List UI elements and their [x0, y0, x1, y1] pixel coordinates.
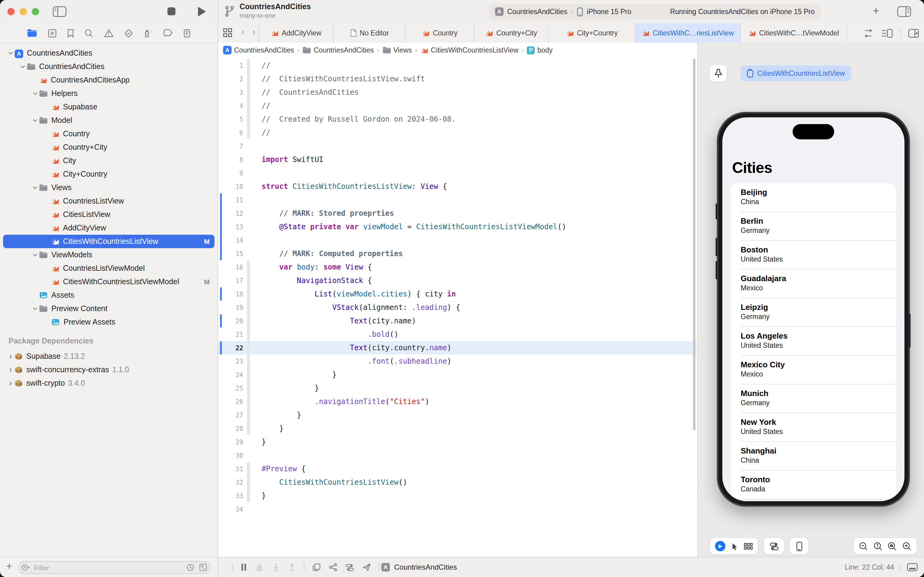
- add-editor-icon[interactable]: [908, 28, 919, 38]
- push-icon[interactable]: [288, 563, 296, 572]
- nav-test-icon[interactable]: [124, 28, 133, 38]
- code-line[interactable]: 9: [218, 166, 697, 180]
- recent-files-icon[interactable]: [187, 564, 194, 572]
- sidebar-item-preview-assets[interactable]: Preview Assets: [3, 315, 214, 329]
- code-line[interactable]: 3// CountriesAndCities: [218, 85, 697, 99]
- zoom-out-icon[interactable]: [859, 541, 868, 551]
- sidebar-item-country-city[interactable]: Country+City: [3, 140, 214, 154]
- sidebar-item-supabase[interactable]: Supabase: [3, 100, 214, 114]
- layers-icon[interactable]: [312, 563, 321, 572]
- code-line[interactable]: 14: [218, 234, 697, 247]
- code-line[interactable]: 12 // MARK: Stored proeprties: [218, 206, 697, 220]
- disclosure-icon[interactable]: [31, 306, 39, 311]
- code-line[interactable]: 31#Preview {: [218, 462, 697, 475]
- tab-citieswithc-tviewmodel[interactable]: CitiesWithC…tViewModel: [740, 23, 847, 43]
- activity-status-bar[interactable]: A CountriesAndCities › iPhone 15 Pro Run…: [489, 4, 821, 19]
- code-line[interactable]: 23 .font(.subheadline): [218, 355, 697, 368]
- code-line[interactable]: 13 @State private var viewModel = Cities…: [218, 220, 697, 234]
- sidebar-item-city[interactable]: City: [3, 154, 214, 168]
- tab-citieswithc-rieslistview[interactable]: CitiesWithC…riesListView: [636, 23, 740, 43]
- toggles-icon[interactable]: [345, 563, 354, 571]
- zoom-in-icon[interactable]: [902, 541, 912, 551]
- sidebar-item-assets[interactable]: Assets: [3, 288, 214, 302]
- minimize-window-button[interactable]: [19, 8, 27, 15]
- tab-country-city[interactable]: Country+City: [474, 23, 549, 43]
- code-line[interactable]: 1//: [218, 59, 697, 72]
- editor-settings-icon[interactable]: [907, 563, 918, 572]
- sidebar-item-preview-content[interactable]: Preview Content: [3, 302, 214, 315]
- play-icon[interactable]: ▶: [715, 541, 725, 551]
- disclosure-icon[interactable]: [31, 252, 39, 258]
- add-file-button[interactable]: +: [6, 561, 12, 573]
- code-area[interactable]: 1//2// CitiesWithCountriesListView.swift…: [218, 58, 697, 558]
- nav-report-icon[interactable]: [184, 28, 191, 38]
- code-line[interactable]: 26 .navigationTitle("Cities"): [218, 395, 697, 408]
- code-line[interactable]: 30: [218, 449, 697, 462]
- code-line[interactable]: 29}: [218, 435, 697, 449]
- code-line[interactable]: 15 // MARK: Computed properties: [218, 247, 697, 260]
- list-item-mexico-city[interactable]: Mexico CityMexico: [731, 356, 896, 384]
- nav-folder-icon[interactable]: [27, 29, 37, 37]
- sidebar-item-citieswithcountrieslistview[interactable]: CitiesWithCountriesListViewM: [3, 235, 214, 248]
- package-item-swift-crypto[interactable]: swift-crypto3.4.0: [3, 377, 214, 390]
- code-line[interactable]: 33}: [218, 489, 697, 503]
- list-item-guadalajara[interactable]: GuadalajaraMexico: [731, 269, 896, 298]
- breadcrumb-item-countriesandcities[interactable]: CountriesAndCities: [303, 47, 374, 54]
- code-line[interactable]: 22 Text(city.country.name): [218, 341, 697, 355]
- toggle-left-sidebar-icon[interactable]: [53, 6, 67, 17]
- code-line[interactable]: 24 }: [218, 368, 697, 381]
- pull-icon[interactable]: [272, 563, 280, 572]
- code-line[interactable]: 7: [218, 139, 697, 153]
- list-item-shanghai[interactable]: ShanghaiChina: [731, 442, 896, 471]
- code-line[interactable]: 17 NavigationStack {: [218, 274, 697, 287]
- nav-tag-icon[interactable]: [163, 29, 173, 37]
- code-line[interactable]: 25 }: [218, 381, 697, 395]
- nav-search-icon[interactable]: [84, 28, 93, 38]
- tab-city-country[interactable]: City+Country: [549, 23, 636, 43]
- nav-bookmark-icon[interactable]: [67, 28, 74, 38]
- code-line[interactable]: 19 VStack(alignment: .leading) {: [218, 301, 697, 314]
- code-line[interactable]: 11: [218, 193, 697, 206]
- code-line[interactable]: 18 List(viewModel.cities) { city in: [218, 287, 697, 301]
- sidebar-item-model[interactable]: Model: [3, 114, 214, 127]
- sidebar-item-countriesandcities[interactable]: CountriesAndCities: [3, 60, 214, 73]
- disclosure-icon[interactable]: [6, 354, 14, 359]
- sidebar-item-views[interactable]: Views: [3, 181, 214, 194]
- breadcrumb-item-citieswithcountrieslistview[interactable]: CitiesWithCountriesListView: [420, 46, 518, 54]
- sidebar-item-citieslistview[interactable]: CitiesListView: [3, 208, 214, 221]
- list-item-toronto[interactable]: TorontoCanada: [731, 471, 896, 500]
- sidebar-item-helpers[interactable]: Helpers: [3, 87, 214, 100]
- preview-target-chip[interactable]: CitiesWithCountriesListView: [740, 65, 851, 81]
- filter-input[interactable]: [33, 563, 184, 572]
- breadcrumb-item-body[interactable]: Pbody: [527, 46, 553, 54]
- code-line[interactable]: 27 }: [218, 408, 697, 422]
- tab-addcityview[interactable]: AddCityView: [259, 23, 334, 43]
- close-window-button[interactable]: [7, 8, 14, 15]
- cursor-icon[interactable]: [730, 542, 739, 550]
- toggle-right-sidebar-icon[interactable]: [897, 6, 911, 17]
- hierarchy-icon[interactable]: [329, 563, 337, 572]
- code-line[interactable]: 34: [218, 503, 697, 516]
- disclosure-icon[interactable]: [6, 50, 14, 56]
- filter-field[interactable]: [18, 561, 210, 574]
- list-item-boston[interactable]: BostonUnited States: [731, 241, 896, 269]
- sidebar-item-addcityview[interactable]: AddCityView: [3, 221, 214, 235]
- scheme-name[interactable]: CountriesAndCities: [507, 8, 567, 15]
- nav-coverage-icon[interactable]: [143, 28, 153, 38]
- run-button[interactable]: [198, 7, 206, 16]
- stage-icon[interactable]: [255, 563, 264, 572]
- code-line[interactable]: 6//: [218, 126, 697, 139]
- tab-no-editor[interactable]: No Editor: [334, 23, 406, 43]
- variants-icon[interactable]: [744, 543, 753, 550]
- sidebar-item-countriesandcitiesapp[interactable]: CountriesAndCitiesApp: [3, 73, 214, 87]
- disclosure-icon[interactable]: [6, 367, 14, 372]
- device-icon[interactable]: [796, 541, 802, 551]
- list-item-new-york[interactable]: New YorkUnited States: [731, 413, 896, 442]
- editor-scrollbar[interactable]: [693, 59, 695, 430]
- list-item-munich[interactable]: MunichGermany: [731, 384, 896, 413]
- code-line[interactable]: 16 var body: some View {: [218, 260, 697, 274]
- sidebar-item-countriesandcities[interactable]: ACountriesAndCities: [3, 47, 214, 60]
- code-review-icon[interactable]: [863, 29, 874, 37]
- source-editor[interactable]: ACountriesAndCities›CountriesAndCities›V…: [218, 43, 697, 558]
- disclosure-icon[interactable]: [31, 91, 39, 96]
